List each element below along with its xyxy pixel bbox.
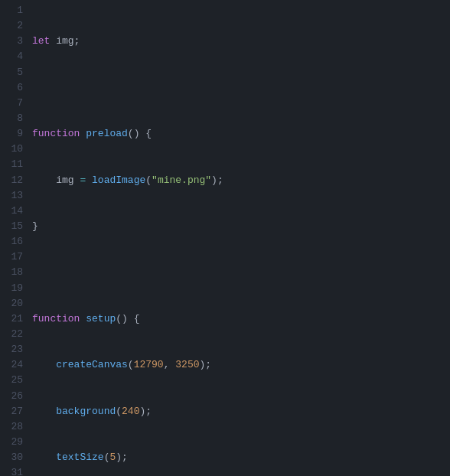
code-editor: 1 2 3 4 5 6 7 8 9 10 11 12 13 14 15 16 1… <box>0 0 450 476</box>
ln-14: 14 <box>5 204 23 219</box>
code-line-9: background(240); <box>32 404 444 419</box>
ln-29: 29 <box>5 435 23 450</box>
code-line-7: function setup() { <box>32 311 444 327</box>
ln-6: 6 <box>5 80 23 96</box>
ln-23: 23 <box>5 342 23 357</box>
ln-5: 5 <box>5 65 23 80</box>
ln-28: 28 <box>5 419 23 435</box>
ln-1: 1 <box>5 3 23 18</box>
code-lines: let img; function preload() { img = load… <box>29 3 450 476</box>
code-line-2 <box>32 80 444 96</box>
code-line-6 <box>32 265 444 280</box>
ln-21: 21 <box>5 311 23 327</box>
ln-22: 22 <box>5 327 23 342</box>
ln-9: 9 <box>5 126 23 142</box>
ln-17: 17 <box>5 249 23 265</box>
code-line-10: textSize(5); <box>32 450 444 465</box>
ln-19: 19 <box>5 281 23 296</box>
ln-7: 7 <box>5 96 23 111</box>
line-numbers: 1 2 3 4 5 6 7 8 9 10 11 12 13 14 15 16 1… <box>0 3 29 476</box>
ln-12: 12 <box>5 173 23 188</box>
ln-2: 2 <box>5 18 23 34</box>
ln-8: 8 <box>5 111 23 126</box>
code-line-1: let img; <box>32 34 444 49</box>
ln-30: 30 <box>5 450 23 465</box>
ln-24: 24 <box>5 357 23 373</box>
code-line-4: img = loadImage("mine.png"); <box>32 173 444 188</box>
ln-31: 31 <box>5 465 23 476</box>
ln-15: 15 <box>5 219 23 234</box>
ln-3: 3 <box>5 34 23 49</box>
code-line-3: function preload() { <box>32 126 444 142</box>
ln-20: 20 <box>5 296 23 311</box>
ln-16: 16 <box>5 234 23 249</box>
ln-13: 13 <box>5 188 23 204</box>
code-line-8: createCanvas(12790, 3250); <box>32 357 444 373</box>
ln-4: 4 <box>5 49 23 64</box>
ln-26: 26 <box>5 389 23 404</box>
ln-18: 18 <box>5 265 23 280</box>
code-line-5: } <box>32 219 444 234</box>
ln-27: 27 <box>5 404 23 419</box>
ln-25: 25 <box>5 373 23 388</box>
ln-11: 11 <box>5 157 23 172</box>
ln-10: 10 <box>5 142 23 157</box>
